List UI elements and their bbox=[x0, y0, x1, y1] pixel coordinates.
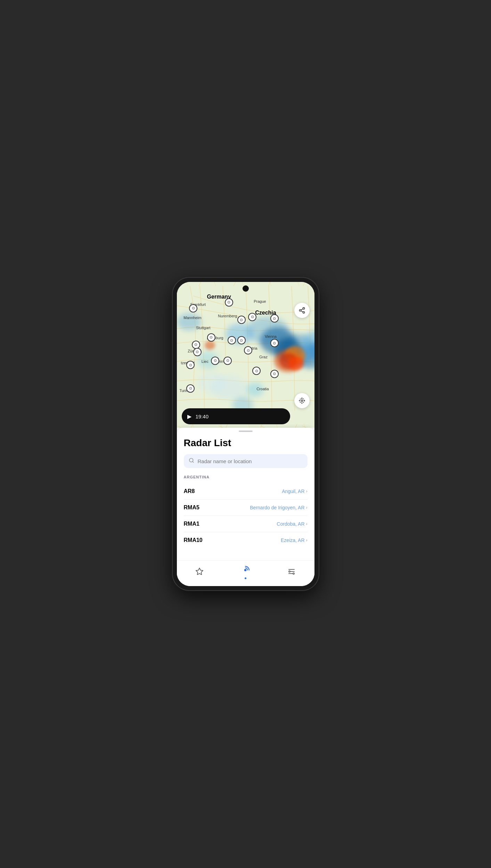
radar-pin[interactable]: ⊙ bbox=[228, 336, 236, 344]
play-bar[interactable]: ▶ 19:40 bbox=[182, 408, 290, 424]
location-button[interactable] bbox=[294, 393, 310, 408]
radar-pin[interactable]: ⊙ bbox=[270, 370, 279, 378]
radar-pin[interactable]: ⊙ bbox=[244, 346, 252, 354]
radar-item-rma1[interactable]: RMA1 Cordoba, AR › bbox=[184, 516, 308, 532]
radar-pin[interactable]: ⊙ bbox=[211, 357, 219, 365]
search-input[interactable] bbox=[198, 458, 303, 464]
radar-pin[interactable]: ⊙ bbox=[248, 313, 256, 321]
radar-code-rma10: RMA10 bbox=[184, 537, 203, 543]
chevron-right-icon: › bbox=[306, 505, 308, 510]
radar-item-rma5[interactable]: RMA5 Bernardo de Irigoyen, AR › bbox=[184, 500, 308, 516]
svg-line-9 bbox=[193, 461, 194, 462]
bottom-panel: Radar List ARGENTINA AR8 Anguil, AR › bbox=[177, 428, 314, 586]
share-button[interactable] bbox=[294, 303, 310, 318]
radar-location-rma1: Cordoba, AR › bbox=[277, 521, 307, 527]
camera-notch bbox=[243, 285, 249, 292]
phone-frame: Germany Frankfurt Mannheim Stuttgart Aug… bbox=[173, 278, 319, 590]
star-icon bbox=[195, 567, 204, 578]
radar-pin[interactable]: ⊙ bbox=[186, 361, 195, 369]
radar-code-rma5: RMA5 bbox=[184, 504, 199, 511]
svg-marker-10 bbox=[196, 568, 203, 575]
play-icon: ▶ bbox=[187, 413, 191, 420]
radar-location-rma5: Bernardo de Irigoyen, AR › bbox=[250, 505, 307, 510]
chevron-right-icon: › bbox=[306, 489, 308, 494]
radar-item-ar8[interactable]: AR8 Anguil, AR › bbox=[184, 483, 308, 500]
map-background: Germany Frankfurt Mannheim Stuttgart Aug… bbox=[177, 282, 314, 428]
radar-code-rma1: RMA1 bbox=[184, 521, 199, 527]
panel-content: Radar List ARGENTINA AR8 Anguil, AR › bbox=[177, 432, 314, 560]
play-time: 19:40 bbox=[196, 414, 209, 419]
search-bar[interactable] bbox=[184, 454, 308, 468]
svg-point-16 bbox=[293, 573, 294, 574]
radar-location-ar8: Anguil, AR › bbox=[282, 489, 307, 494]
radar-pin[interactable]: ⊙ bbox=[225, 298, 233, 307]
radar-pin[interactable]: ⊙ bbox=[193, 348, 202, 356]
radar-pin[interactable]: ⊙ bbox=[237, 316, 246, 324]
map-area[interactable]: Germany Frankfurt Mannheim Stuttgart Aug… bbox=[177, 282, 314, 428]
bottom-nav bbox=[177, 560, 314, 586]
radar-location-rma10: Ezeiza, AR › bbox=[281, 537, 307, 543]
radar-pin[interactable]: ⊙ bbox=[223, 357, 232, 365]
radar-pin[interactable]: ⊙ bbox=[207, 333, 215, 342]
svg-point-15 bbox=[289, 571, 290, 572]
svg-point-6 bbox=[301, 400, 303, 402]
radar-pin[interactable]: ⊙ bbox=[270, 314, 279, 323]
radar-pin[interactable]: ⊙ bbox=[186, 384, 195, 393]
radar-nav-icon bbox=[241, 566, 250, 577]
svg-line-4 bbox=[301, 311, 303, 312]
search-icon bbox=[189, 458, 194, 465]
phone-screen: Germany Frankfurt Mannheim Stuttgart Aug… bbox=[177, 282, 314, 586]
nav-item-settings[interactable] bbox=[280, 566, 303, 579]
country-header: ARGENTINA bbox=[184, 475, 308, 479]
chevron-right-icon: › bbox=[306, 538, 308, 543]
radar-item-rma10[interactable]: RMA10 Ezeiza, AR › bbox=[184, 532, 308, 548]
radar-pin[interactable]: ⊙ bbox=[270, 339, 279, 347]
panel-title: Radar List bbox=[184, 437, 308, 449]
nav-item-radar[interactable] bbox=[234, 564, 257, 581]
radar-pin[interactable]: ⊙ bbox=[237, 336, 246, 344]
radar-code-ar8: AR8 bbox=[184, 488, 195, 494]
nav-item-favorites[interactable] bbox=[188, 566, 211, 579]
radar-pin[interactable]: ⊙ bbox=[252, 367, 261, 375]
svg-point-7 bbox=[300, 398, 304, 403]
radar-pin[interactable]: ⊙ bbox=[189, 304, 197, 312]
chevron-right-icon: › bbox=[306, 521, 308, 526]
settings-icon bbox=[287, 567, 296, 578]
svg-line-5 bbox=[301, 309, 303, 310]
nav-active-dot bbox=[245, 577, 246, 579]
